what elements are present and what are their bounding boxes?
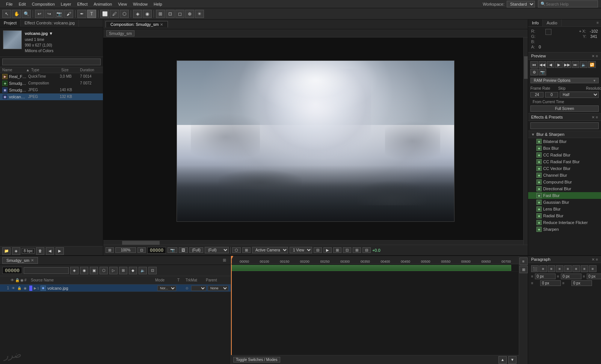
effect-item[interactable]: ◈ Directional Blur [528,185,601,192]
effect-item[interactable]: ◈ Sharpen [528,226,601,233]
trash-button[interactable]: 🗑 [36,247,44,255]
menu-file[interactable]: File [3,1,16,7]
toggle-switches-btn[interactable]: Toggle Switches / Modes [233,357,280,362]
tool-3d[interactable]: ◻ [175,10,184,18]
prev-prev-frame[interactable]: ◀◀ [539,61,546,68]
full-screen-button[interactable]: Full Screen [530,105,599,112]
tab-preview[interactable]: Preview [531,54,546,58]
prev-first-frame[interactable]: ⏮ [530,61,538,68]
effect-item[interactable]: ◈ Bilateral Blur [528,138,601,145]
scrollbar-thumb-h[interactable] [122,241,160,245]
search-help-input[interactable] [546,2,591,6]
timeline-search-input[interactable] [24,267,69,274]
layer-lock-btn[interactable]: 🔒 [17,286,22,291]
scrollbar-thumb-v[interactable] [524,56,528,79]
align-right-btn[interactable]: ≡ [548,265,555,272]
layer-parent-select[interactable]: None [208,286,228,291]
comp-tab-close[interactable]: ✕ [160,23,163,27]
skip-input[interactable] [545,92,558,98]
preview-panel-menu[interactable]: ✕ ≡ [592,54,598,58]
menu-window[interactable]: Window [130,1,151,7]
effect-item[interactable]: ◈ CC Vector Blur [528,165,601,172]
tl-btn-render[interactable]: ▣ [90,267,98,274]
tool-hand[interactable]: ✋ [12,10,21,18]
menu-layer[interactable]: Layer [58,1,74,7]
para-input-2[interactable] [561,274,581,279]
align-center-btn[interactable]: ≡ [539,265,547,272]
tool-clone[interactable]: ⬡ [120,10,129,18]
tab-audio[interactable]: Audio [543,20,561,26]
tool-puppet[interactable]: ◈ [133,10,142,18]
panel-menu-btn[interactable]: ≡ [594,20,601,26]
project-search-input[interactable] [2,59,101,65]
menu-composition[interactable]: Composition [29,1,58,7]
list-item[interactable]: ▣ Smudgy_...jpg JPEG 140 KB [0,87,103,93]
comp-tab-smudgy[interactable]: Composition: Smudgy_sm ✕ [106,21,168,27]
align-last-left-btn[interactable]: ≡ [564,265,572,272]
effect-item[interactable]: ◈ Compound Blur [528,179,601,185]
layer-controls-button[interactable]: ⊡ [343,247,351,253]
resolution-select[interactable]: HalfFullQuarter [560,92,599,98]
tab-effect-controls[interactable]: Effect Controls: volcano.jpg [21,20,79,27]
transparency-grid-button[interactable]: ⊞ [353,247,361,253]
timeline-tracks-area[interactable] [231,264,519,355]
ram-preview-options-btn[interactable]: RAM Preview Options ▾ [530,78,599,83]
tool-shape[interactable]: ⬜ [100,10,109,18]
menu-edit[interactable]: Edit [16,1,29,7]
timeline-timecode[interactable]: 00000 [2,267,22,274]
prev-loop[interactable]: 🔁 [588,61,596,68]
tl-right-btn-1[interactable]: ≡ [519,257,528,265]
effect-item[interactable]: ◈ Box Blur [528,145,601,152]
camera-select[interactable]: Active Camera [252,247,288,253]
prev-play-back[interactable]: ◀ [547,61,554,68]
vertical-scrollbar[interactable] [523,38,528,245]
layer-trkmat-select[interactable] [191,286,206,291]
grid-button[interactable]: ⊞ [242,247,251,253]
align-full-btn[interactable]: ≡ [556,265,563,272]
prev-play[interactable]: ▶ [555,61,563,68]
tl-right-btn-2[interactable]: ⊞ [519,266,528,273]
prev-play-forward[interactable]: ▶▶ [563,61,571,68]
align-last-center-btn[interactable]: ≡ [572,265,580,272]
align-force-full-btn[interactable]: ≡ [589,265,596,272]
list-item[interactable]: ◈ Smudgy_sm Composition 7 0072 [0,80,103,87]
tool-select[interactable]: ↖ [2,10,11,18]
layer-mode-select[interactable]: Nor... [157,286,176,291]
list-item[interactable]: ▣ volcano.jpg JPEG 132 KB [0,93,103,100]
tl-btn-audio[interactable]: 🔈 [139,267,147,274]
show-snapshot-button[interactable]: 🖼 [179,247,188,253]
list-item[interactable]: ▶ Real_Fo...mov QuickTime 3,0 MB 7 0014 [0,73,103,80]
tab-project[interactable]: Project [0,20,21,27]
tab-info[interactable]: Info [528,20,543,26]
zoom-level[interactable]: 100% [115,247,136,253]
comp-viewer[interactable] [103,38,528,245]
view-select[interactable]: 1 View [290,247,312,253]
effect-item-fast-blur[interactable]: ◈ Fast Blur [528,192,601,199]
prev-audio[interactable]: 🔈 [580,61,587,68]
tl-btn-mask[interactable]: ⬡ [100,267,108,274]
navigate-forward-button[interactable]: ▶ [56,247,64,255]
effect-item[interactable]: ◈ Reduce Interlace Flicker [528,219,601,226]
prev-options[interactable]: ⚙ [530,69,538,75]
tool-redo[interactable]: ↪ [45,10,54,18]
tool-extra2[interactable]: ✳ [195,10,204,18]
timeline-close-btn[interactable]: ✕ [31,258,34,262]
tl-zoom-out[interactable]: ▲ [498,356,507,364]
effect-item[interactable]: ◈ CC Radial Blur [528,152,601,158]
quality-select[interactable]: (Full)HalfThirdQuarter [205,247,229,253]
navigate-back-button[interactable]: ◀ [46,247,54,255]
menu-effect[interactable]: Effect [74,1,91,7]
comp-timecode[interactable]: 00000 [147,247,166,254]
tl-btn-time[interactable]: ⊞ [119,267,127,274]
horizontal-scrollbar[interactable] [103,240,523,245]
menu-view[interactable]: View [115,1,130,7]
effects-panel-menu[interactable]: ✕ ≡ [592,115,598,119]
prev-snapshot[interactable]: 📷 [539,69,546,75]
layer-solo-btn[interactable]: ◉ [23,286,28,291]
menu-help[interactable]: Help [151,1,165,7]
workspace-selector[interactable]: Standard [507,1,535,8]
breadcrumb-item[interactable]: Smudgy_sm [106,30,134,36]
para-input-4[interactable] [540,280,561,286]
tl-btn-extra[interactable]: ⊡ [148,267,157,274]
effect-item[interactable]: ◈ Channel Blur [528,172,601,179]
